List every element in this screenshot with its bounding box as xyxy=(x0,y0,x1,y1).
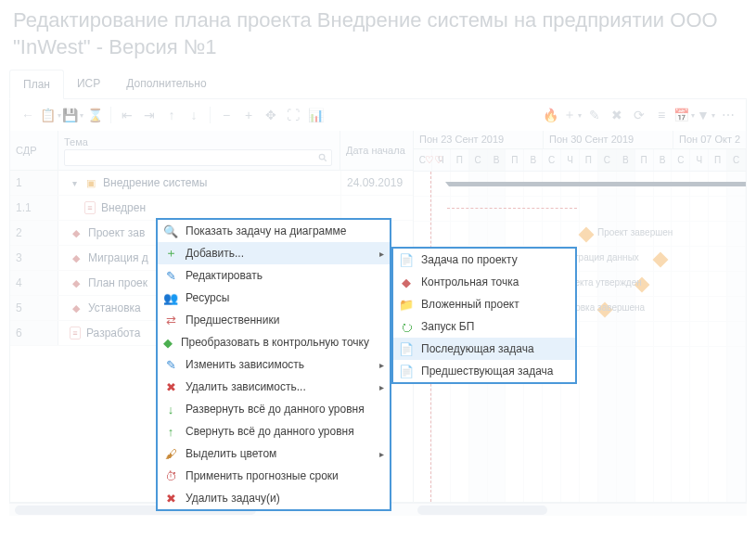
moveup-icon[interactable]: ↑ xyxy=(161,105,182,125)
menu-icon: ◆ xyxy=(163,335,173,350)
ctx-main-item-10[interactable]: 🖌Выделить цветом xyxy=(158,442,390,465)
day-header: В xyxy=(524,149,543,171)
week-header: Пон 07 Окт 2 xyxy=(673,131,746,148)
menu-label: Контрольная точка xyxy=(421,275,519,288)
menu-label: Последующая задача xyxy=(421,342,534,355)
context-menu: 🔍Показать задачу на диаграмме＋Добавить..… xyxy=(156,218,391,511)
milestone-icon: ◆ xyxy=(70,276,83,289)
ctx-main-item-4[interactable]: ⇄Предшественники xyxy=(158,309,390,331)
day-header: П xyxy=(506,149,524,171)
add-icon[interactable]: ＋ xyxy=(562,105,583,125)
doc-icon: ≡ xyxy=(84,201,96,214)
day-header: В xyxy=(488,149,506,171)
refresh-icon[interactable]: ⟳ xyxy=(629,105,649,125)
outdent-icon[interactable]: ⇤ xyxy=(117,105,137,125)
save-icon[interactable]: 💾 xyxy=(62,105,83,125)
ctx-sub-item-5[interactable]: 📄Предшествующая задача xyxy=(393,360,575,382)
list-icon[interactable]: ≡ xyxy=(651,105,672,125)
table-row[interactable]: 1▾▣Внедрение системы24.09.2019 xyxy=(10,171,413,196)
zoomin-icon[interactable]: + xyxy=(238,105,259,125)
menu-label: Применить прогнозные сроки xyxy=(186,469,339,482)
cell-wbs: 1 xyxy=(10,171,58,195)
milestone-diamond[interactable] xyxy=(653,252,669,268)
summary-bar[interactable] xyxy=(449,182,746,186)
fullscreen-icon[interactable]: ⛶ xyxy=(283,105,303,125)
ctx-main-item-8[interactable]: ↓Развернуть всё до данного уровня xyxy=(158,398,390,420)
tab-1[interactable]: ИСР xyxy=(64,70,113,98)
menu-icon: 📄 xyxy=(399,364,414,378)
ctx-main-item-12[interactable]: ✖Удалить задачу(и) xyxy=(158,487,390,509)
tab-0[interactable]: План xyxy=(9,70,64,99)
tab-2[interactable]: Дополнительно xyxy=(113,70,219,98)
fit-icon[interactable]: ✥ xyxy=(261,105,281,125)
menu-icon: ✖ xyxy=(163,379,178,394)
week-header: Пон 23 Сент 2019 xyxy=(414,131,544,148)
menu-icon: ⏱ xyxy=(163,468,178,483)
menu-icon: ✖ xyxy=(163,491,178,506)
ctx-main-item-9[interactable]: ↑Свернуть всё до данного уровня xyxy=(158,420,390,442)
col-date-header[interactable]: Дата начала xyxy=(340,131,413,170)
back-icon[interactable]: ← xyxy=(18,105,38,125)
cell-date xyxy=(340,196,413,220)
cell-theme: ▾▣Внедрение системы xyxy=(58,176,340,189)
edit-icon[interactable]: ✎ xyxy=(584,105,605,125)
ctx-main-item-6[interactable]: ✎Изменить зависимость xyxy=(158,353,390,376)
day-header: С xyxy=(727,149,746,171)
menu-icon: ↓ xyxy=(163,402,178,416)
toolbar: ← 📋 💾 ⌛ ⇤ ⇥ ↑ ↓ − + ✥ ⛶ 📊 🔥 ＋ ✎ ✖ ⟳ ≡ 📅 … xyxy=(10,99,746,131)
cell-wbs: 6 xyxy=(10,321,58,345)
calendar-icon[interactable]: 📅 xyxy=(673,105,694,125)
menu-icon: 📄 xyxy=(399,341,414,356)
day-header: С xyxy=(672,149,690,171)
ctx-sub-item-3[interactable]: ⭮Запуск БП xyxy=(393,315,575,338)
ctx-main-item-2[interactable]: ✎Редактировать xyxy=(158,264,390,287)
menu-label: Вложенный проект xyxy=(421,298,519,311)
milestone-diamond[interactable] xyxy=(579,227,595,243)
cell-wbs: 2 xyxy=(10,221,58,245)
week-header: Пон 30 Сент 2019 xyxy=(544,131,673,148)
menu-icon: ⇄ xyxy=(163,313,178,327)
menu-icon: ↑ xyxy=(163,424,178,439)
zoomout-icon[interactable]: − xyxy=(216,105,237,125)
menu-label: Редактировать xyxy=(186,269,263,282)
chart-icon[interactable]: 📊 xyxy=(305,105,326,125)
fire-icon[interactable]: 🔥 xyxy=(540,105,560,125)
menu-label: Предшествующая задача xyxy=(421,365,554,378)
ctx-sub-item-4[interactable]: 📄Последующая задача xyxy=(393,338,575,360)
ctx-main-item-1[interactable]: ＋Добавить... xyxy=(158,242,390,264)
tree-toggle[interactable]: ▾ xyxy=(70,178,79,187)
menu-label: Свернуть всё до данного уровня xyxy=(186,425,354,438)
page-title: Редактирование плана проекта Внедрение с… xyxy=(0,0,756,66)
ctx-sub-item-0[interactable]: 📄Задача по проекту xyxy=(393,249,575,271)
ctx-main-item-7[interactable]: ✖Удалить зависимость... xyxy=(158,376,390,398)
hourglass-icon[interactable]: ⌛ xyxy=(84,105,105,125)
cell-date: 24.09.2019 xyxy=(340,171,413,195)
filter-icon[interactable]: ▼ xyxy=(696,105,716,125)
menu-label: Изменить зависимость xyxy=(186,358,304,371)
task-bar[interactable] xyxy=(447,208,577,209)
context-submenu: 📄Задача по проекту◆Контрольная точка📁Вло… xyxy=(391,247,577,384)
ctx-sub-item-1[interactable]: ◆Контрольная точка xyxy=(393,271,575,293)
task-name: План проек xyxy=(88,276,147,289)
col-theme-header[interactable]: Тема xyxy=(58,131,340,149)
ctx-sub-item-2[interactable]: 📁Вложенный проект xyxy=(393,293,575,315)
col-wbs-header[interactable]: СДР xyxy=(10,131,58,170)
indent-icon[interactable]: ⇥ xyxy=(139,105,160,125)
ctx-main-item-11[interactable]: ⏱Применить прогнозные сроки xyxy=(158,465,390,487)
task-name: Проект зав xyxy=(88,226,145,239)
menu-icon: ◆ xyxy=(399,275,414,289)
milestone-icon: ◆ xyxy=(70,301,83,314)
more-icon[interactable]: ⋯ xyxy=(718,105,738,125)
ctx-main-item-0[interactable]: 🔍Показать задачу на диаграмме xyxy=(158,220,390,242)
folder-icon: ▣ xyxy=(84,176,97,189)
ctx-main-item-5[interactable]: ◆Преобразовать в контрольную точку xyxy=(158,331,390,353)
clipboard-icon[interactable]: 📋 xyxy=(40,105,60,125)
delete-icon[interactable]: ✖ xyxy=(607,105,627,125)
doc-icon: ≡ xyxy=(70,327,81,339)
ctx-main-item-3[interactable]: 👥Ресурсы xyxy=(158,287,390,309)
bar-label: Проект завершен xyxy=(597,227,673,237)
movedown-icon[interactable]: ↓ xyxy=(184,105,204,125)
cell-wbs: 5 xyxy=(10,296,58,320)
search-input[interactable] xyxy=(64,149,332,166)
menu-label: Предшественники xyxy=(186,314,279,327)
